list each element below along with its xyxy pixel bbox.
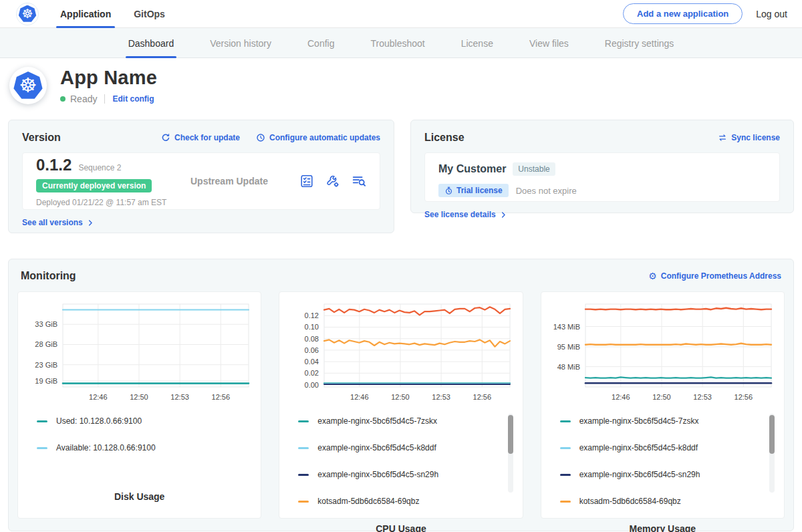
cpu-usage-chart: 12:4612:5012:5312:560.120.100.080.060.04… xyxy=(285,299,517,410)
sub-tab-dashboard[interactable]: Dashboard xyxy=(128,28,174,58)
disk-usage-chart: 12:4612:5012:5312:5633 GiB28 GiB23 GiB19… xyxy=(23,299,255,410)
cpu-usage-chart-card: 12:4612:5012:5312:560.120.100.080.060.04… xyxy=(279,291,523,519)
sub-tab-config[interactable]: Config xyxy=(307,28,334,58)
svg-text:12:56: 12:56 xyxy=(734,393,753,401)
legend-color-dash xyxy=(37,420,47,422)
kubernetes-helm-icon: ☸ xyxy=(13,72,43,100)
stopwatch-icon xyxy=(444,186,453,195)
svg-text:0.10: 0.10 xyxy=(305,323,319,331)
legend-color-dash xyxy=(560,447,571,449)
app-header: ☸ App Name Ready Edit config xyxy=(0,58,802,114)
disk-usage-legend: Used: 10.128.0.66:9100Available: 10.128.… xyxy=(23,410,255,491)
see-license-details-label: See license details xyxy=(424,210,496,219)
license-card-title: License xyxy=(424,132,464,144)
svg-text:12:50: 12:50 xyxy=(653,393,672,401)
legend-label: example-nginx-5bc6f5d4c5-sn29h xyxy=(317,470,438,479)
legend-scrollbar[interactable] xyxy=(508,414,513,493)
legend-label: example-nginx-5bc6f5d4c5-k8ddf xyxy=(317,443,436,452)
legend-item: kotsadm-5db6dc6584-69qbz xyxy=(298,497,499,506)
svg-text:95 MiB: 95 MiB xyxy=(557,343,580,351)
legend-item: example-nginx-5bc6f5d4c5-k8ddf xyxy=(298,443,499,452)
legend-scrollbar[interactable] xyxy=(769,414,775,493)
memory-usage-legend: example-nginx-5bc6f5d4c5-7zskxexample-ng… xyxy=(547,410,779,523)
top-tab-application[interactable]: Application xyxy=(60,0,111,28)
cpu-usage-title: CPU Usage xyxy=(285,523,517,532)
legend-color-dash xyxy=(298,420,309,422)
deploy-logs-button[interactable] xyxy=(352,174,366,188)
add-application-button[interactable]: Add a new application xyxy=(623,3,743,24)
memory-usage-chart-card: 12:4612:5012:5312:56143 MiB95 MiB48 MiB … xyxy=(541,291,785,519)
version-card-title: Version xyxy=(22,132,61,144)
see-all-versions-link[interactable]: See all versions xyxy=(22,218,94,227)
config-button[interactable] xyxy=(325,174,340,188)
schedule-clock-icon xyxy=(256,133,265,142)
logout-link[interactable]: Log out xyxy=(756,9,787,19)
top-nav-right: Add a new application Log out xyxy=(623,3,802,24)
legend-label: kotsadm-5db6dc6584-69qbz xyxy=(579,497,681,506)
status-dot xyxy=(60,96,65,102)
legend-item: example-nginx-5bc6f5d4c5-7zskx xyxy=(560,416,761,426)
page-title: App Name xyxy=(60,67,157,89)
checklist-icon xyxy=(299,174,314,188)
currently-deployed-badge: Currently deployed version xyxy=(36,179,152,192)
sync-license-link[interactable]: Sync license xyxy=(718,133,780,142)
legend-item: example-nginx-5bc6f5d4c5-k8ddf xyxy=(560,443,761,452)
legend-item: example-nginx-5bc6f5d4c5-sn29h xyxy=(298,470,499,479)
disk-usage-chart-card: 12:4612:5012:5312:5633 GiB28 GiB23 GiB19… xyxy=(17,291,261,519)
legend-label: example-nginx-5bc6f5d4c5-sn29h xyxy=(579,470,700,479)
current-version-panel: 0.1.2 Sequence 2 Currently deployed vers… xyxy=(22,152,380,210)
configure-automatic-updates-link[interactable]: Configure automatic updates xyxy=(256,133,380,142)
app-status-text: Ready xyxy=(70,94,97,104)
legend-label: Available: 10.128.0.66:9100 xyxy=(56,443,156,452)
trial-license-badge: Trial license xyxy=(438,184,509,197)
legend-color-dash xyxy=(560,420,571,422)
sync-arrows-icon xyxy=(718,133,727,142)
configure-prometheus-link[interactable]: ⚙ Configure Prometheus Address xyxy=(648,271,781,281)
logs-search-icon xyxy=(352,174,366,188)
divider xyxy=(104,94,105,104)
legend-color-dash xyxy=(298,501,309,503)
preflight-checks-button[interactable] xyxy=(299,174,314,188)
deployed-timestamp: Deployed 01/21/22 @ 11:57 am EST xyxy=(36,198,186,207)
sub-tab-view-files[interactable]: View files xyxy=(529,28,569,58)
license-card: License Sync license My Customer Unstabl… xyxy=(410,120,794,213)
legend-scrollbar-thumb[interactable] xyxy=(508,415,513,454)
legend-item: Used: 10.128.0.66:9100 xyxy=(37,416,238,426)
chevron-right-icon xyxy=(500,211,507,219)
svg-text:0.02: 0.02 xyxy=(305,369,319,377)
legend-label: example-nginx-5bc6f5d4c5-k8ddf xyxy=(579,443,698,452)
svg-text:12:56: 12:56 xyxy=(211,393,230,401)
svg-text:12:46: 12:46 xyxy=(350,393,369,401)
top-tab-gitops[interactable]: GitOps xyxy=(134,0,165,28)
check-for-update-link[interactable]: Check for update xyxy=(161,133,240,142)
monitoring-title: Monitoring xyxy=(21,270,76,282)
monitoring-section: Monitoring ⚙ Configure Prometheus Addres… xyxy=(8,259,794,531)
app-icon: ☸ xyxy=(9,67,47,104)
see-license-details-link[interactable]: See license details xyxy=(424,210,507,219)
legend-label: example-nginx-5bc6f5d4c5-7zskx xyxy=(317,416,437,426)
version-number: 0.1.2 xyxy=(36,156,72,174)
svg-text:0.06: 0.06 xyxy=(305,346,319,354)
legend-item: example-nginx-5bc6f5d4c5-sn29h xyxy=(560,470,761,479)
version-card: Version Check for update Configure autom… xyxy=(8,120,394,233)
sub-tab-license[interactable]: License xyxy=(461,28,493,58)
disk-usage-title: Disk Usage xyxy=(23,491,255,510)
svg-text:0.04: 0.04 xyxy=(305,358,319,366)
svg-text:48 MiB: 48 MiB xyxy=(557,363,580,371)
configure-prometheus-label: Configure Prometheus Address xyxy=(661,271,781,281)
cpu-usage-legend: example-nginx-5bc6f5d4c5-7zskxexample-ng… xyxy=(285,410,517,523)
chevron-right-icon xyxy=(87,219,94,227)
memory-usage-chart: 12:4612:5012:5312:56143 MiB95 MiB48 MiB xyxy=(547,299,779,410)
sub-tab-version-history[interactable]: Version history xyxy=(210,28,271,58)
svg-text:19 GiB: 19 GiB xyxy=(35,377,57,385)
app-sub-nav: DashboardVersion historyConfigTroublesho… xyxy=(0,28,802,58)
kubernetes-logo[interactable]: ☸ xyxy=(16,3,39,25)
license-detail-panel: My Customer Unstable Trial license Does … xyxy=(424,152,780,202)
svg-text:0.00: 0.00 xyxy=(305,381,319,389)
edit-config-link[interactable]: Edit config xyxy=(112,94,154,104)
channel-badge: Unstable xyxy=(513,162,555,176)
sub-tab-troubleshoot[interactable]: Troubleshoot xyxy=(370,28,424,58)
sub-tab-registry-settings[interactable]: Registry settings xyxy=(605,28,674,58)
legend-scrollbar-thumb[interactable] xyxy=(769,415,775,454)
wrench-gear-icon xyxy=(325,174,340,188)
